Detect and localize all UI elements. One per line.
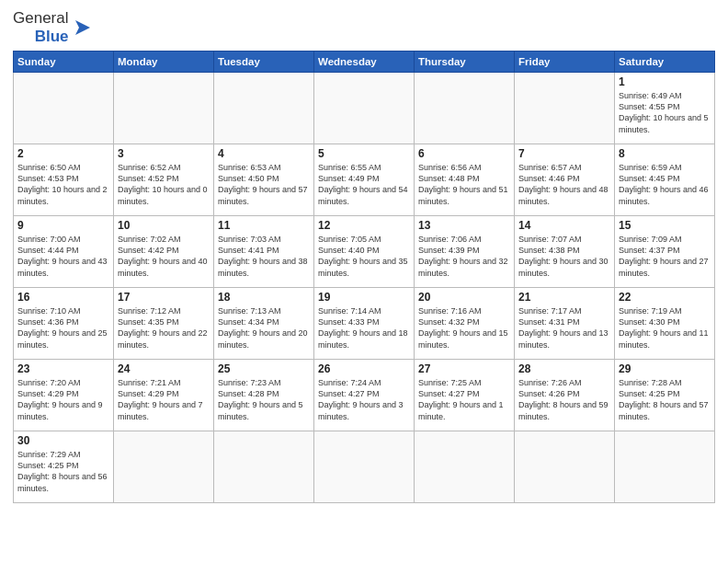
calendar-cell: 13Sunrise: 7:06 AM Sunset: 4:39 PM Dayli… — [415, 216, 515, 288]
calendar-cell: 19Sunrise: 7:14 AM Sunset: 4:33 PM Dayli… — [314, 288, 415, 360]
day-info: Sunrise: 6:56 AM Sunset: 4:48 PM Dayligh… — [418, 162, 510, 207]
calendar-cell: 30Sunrise: 7:29 AM Sunset: 4:25 PM Dayli… — [14, 431, 114, 503]
day-header-tuesday: Tuesday — [214, 52, 314, 73]
calendar-cell: 24Sunrise: 7:21 AM Sunset: 4:29 PM Dayli… — [114, 360, 214, 431]
calendar-cell: 12Sunrise: 7:05 AM Sunset: 4:40 PM Dayli… — [314, 216, 415, 288]
day-info: Sunrise: 6:53 AM Sunset: 4:50 PM Dayligh… — [218, 162, 310, 207]
day-number: 6 — [418, 147, 510, 160]
day-number: 11 — [218, 219, 310, 232]
calendar-header-row: SundayMondayTuesdayWednesdayThursdayFrid… — [14, 52, 715, 73]
logo-blue: Blue — [35, 28, 69, 46]
day-info: Sunrise: 7:13 AM Sunset: 4:34 PM Dayligh… — [218, 305, 310, 350]
calendar-cell: 14Sunrise: 7:07 AM Sunset: 4:38 PM Dayli… — [515, 216, 615, 288]
calendar-cell: 27Sunrise: 7:25 AM Sunset: 4:27 PM Dayli… — [415, 360, 515, 431]
calendar-week-5: 23Sunrise: 7:20 AM Sunset: 4:29 PM Dayli… — [14, 360, 715, 431]
day-number: 10 — [118, 219, 210, 232]
day-info: Sunrise: 6:57 AM Sunset: 4:46 PM Dayligh… — [518, 162, 610, 207]
calendar-cell: 18Sunrise: 7:13 AM Sunset: 4:34 PM Dayli… — [214, 288, 314, 360]
calendar-cell — [214, 431, 314, 503]
calendar-cell: 5Sunrise: 6:55 AM Sunset: 4:49 PM Daylig… — [314, 144, 415, 216]
calendar-week-3: 9Sunrise: 7:00 AM Sunset: 4:44 PM Daylig… — [14, 216, 715, 288]
day-number: 16 — [17, 291, 109, 304]
day-number: 7 — [518, 147, 610, 160]
day-info: Sunrise: 7:09 AM Sunset: 4:37 PM Dayligh… — [619, 234, 711, 279]
calendar-cell: 23Sunrise: 7:20 AM Sunset: 4:29 PM Dayli… — [14, 360, 114, 431]
calendar-table: SundayMondayTuesdayWednesdayThursdayFrid… — [13, 51, 715, 503]
day-number: 27 — [418, 362, 510, 375]
calendar-cell — [114, 73, 214, 144]
calendar-cell: 15Sunrise: 7:09 AM Sunset: 4:37 PM Dayli… — [615, 216, 715, 288]
day-number: 29 — [619, 362, 711, 375]
day-info: Sunrise: 7:14 AM Sunset: 4:33 PM Dayligh… — [318, 305, 410, 350]
day-number: 5 — [318, 147, 410, 160]
calendar-cell: 25Sunrise: 7:23 AM Sunset: 4:28 PM Dayli… — [214, 360, 314, 431]
day-number: 12 — [318, 219, 410, 232]
day-number: 13 — [418, 219, 510, 232]
day-info: Sunrise: 7:24 AM Sunset: 4:27 PM Dayligh… — [318, 377, 410, 422]
day-number: 28 — [518, 362, 610, 375]
calendar-cell: 22Sunrise: 7:19 AM Sunset: 4:30 PM Dayli… — [615, 288, 715, 360]
logo: General Blue — [13, 9, 96, 45]
day-header-friday: Friday — [515, 52, 615, 73]
day-number: 18 — [218, 291, 310, 304]
day-number: 14 — [518, 219, 610, 232]
logo-general: General — [13, 9, 68, 28]
day-info: Sunrise: 7:21 AM Sunset: 4:29 PM Dayligh… — [118, 377, 210, 422]
day-info: Sunrise: 7:23 AM Sunset: 4:28 PM Dayligh… — [218, 377, 310, 422]
day-number: 4 — [218, 147, 310, 160]
calendar-cell: 7Sunrise: 6:57 AM Sunset: 4:46 PM Daylig… — [515, 144, 615, 216]
day-number: 17 — [118, 291, 210, 304]
day-number: 19 — [318, 291, 410, 304]
calendar-cell: 9Sunrise: 7:00 AM Sunset: 4:44 PM Daylig… — [14, 216, 114, 288]
logo-chevron-icon — [70, 15, 96, 40]
day-header-saturday: Saturday — [615, 52, 715, 73]
day-info: Sunrise: 7:20 AM Sunset: 4:29 PM Dayligh… — [17, 377, 109, 422]
day-info: Sunrise: 6:49 AM Sunset: 4:55 PM Dayligh… — [619, 90, 711, 135]
calendar-week-4: 16Sunrise: 7:10 AM Sunset: 4:36 PM Dayli… — [14, 288, 715, 360]
day-number: 23 — [17, 362, 109, 375]
calendar-cell: 16Sunrise: 7:10 AM Sunset: 4:36 PM Dayli… — [14, 288, 114, 360]
day-info: Sunrise: 6:55 AM Sunset: 4:49 PM Dayligh… — [318, 162, 410, 207]
day-info: Sunrise: 7:00 AM Sunset: 4:44 PM Dayligh… — [17, 234, 109, 279]
calendar-cell: 20Sunrise: 7:16 AM Sunset: 4:32 PM Dayli… — [415, 288, 515, 360]
calendar-cell — [314, 73, 415, 144]
day-number: 21 — [518, 291, 610, 304]
day-info: Sunrise: 7:06 AM Sunset: 4:39 PM Dayligh… — [418, 234, 510, 279]
day-info: Sunrise: 7:12 AM Sunset: 4:35 PM Dayligh… — [118, 305, 210, 350]
page: General Blue SundayMondayTuesdayWednesda… — [0, 0, 728, 563]
day-header-sunday: Sunday — [14, 52, 114, 73]
day-info: Sunrise: 7:19 AM Sunset: 4:30 PM Dayligh… — [619, 305, 711, 350]
calendar-cell — [615, 431, 715, 503]
day-info: Sunrise: 7:28 AM Sunset: 4:25 PM Dayligh… — [619, 377, 711, 422]
day-info: Sunrise: 7:26 AM Sunset: 4:26 PM Dayligh… — [518, 377, 610, 422]
day-info: Sunrise: 6:50 AM Sunset: 4:53 PM Dayligh… — [17, 162, 109, 207]
calendar-cell — [314, 431, 415, 503]
day-info: Sunrise: 7:02 AM Sunset: 4:42 PM Dayligh… — [118, 234, 210, 279]
calendar-cell: 26Sunrise: 7:24 AM Sunset: 4:27 PM Dayli… — [314, 360, 415, 431]
day-header-monday: Monday — [114, 52, 214, 73]
day-info: Sunrise: 7:29 AM Sunset: 4:25 PM Dayligh… — [17, 449, 109, 494]
header: General Blue — [13, 9, 715, 45]
calendar-cell — [415, 73, 515, 144]
day-number: 2 — [17, 147, 109, 160]
day-info: Sunrise: 7:10 AM Sunset: 4:36 PM Dayligh… — [17, 305, 109, 350]
calendar-cell: 4Sunrise: 6:53 AM Sunset: 4:50 PM Daylig… — [214, 144, 314, 216]
day-number: 22 — [619, 291, 711, 304]
calendar-cell: 17Sunrise: 7:12 AM Sunset: 4:35 PM Dayli… — [114, 288, 214, 360]
day-info: Sunrise: 7:16 AM Sunset: 4:32 PM Dayligh… — [418, 305, 510, 350]
day-number: 30 — [17, 434, 109, 447]
calendar-cell — [214, 73, 314, 144]
day-number: 24 — [118, 362, 210, 375]
logo-area: General Blue — [13, 9, 96, 45]
calendar-cell — [515, 431, 615, 503]
day-info: Sunrise: 7:03 AM Sunset: 4:41 PM Dayligh… — [218, 234, 310, 279]
day-number: 9 — [17, 219, 109, 232]
calendar-week-6: 30Sunrise: 7:29 AM Sunset: 4:25 PM Dayli… — [14, 431, 715, 503]
day-info: Sunrise: 6:52 AM Sunset: 4:52 PM Dayligh… — [118, 162, 210, 207]
calendar-cell — [114, 431, 214, 503]
calendar-cell — [415, 431, 515, 503]
svg-marker-0 — [75, 20, 90, 35]
calendar-cell: 11Sunrise: 7:03 AM Sunset: 4:41 PM Dayli… — [214, 216, 314, 288]
calendar-cell: 21Sunrise: 7:17 AM Sunset: 4:31 PM Dayli… — [515, 288, 615, 360]
day-info: Sunrise: 7:05 AM Sunset: 4:40 PM Dayligh… — [318, 234, 410, 279]
